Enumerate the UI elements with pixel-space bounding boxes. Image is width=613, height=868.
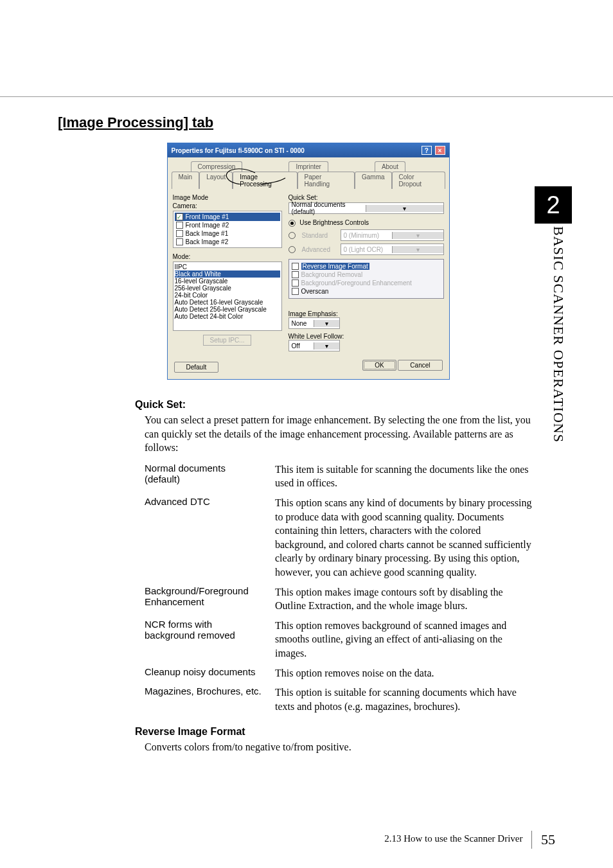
page-number: 55: [541, 831, 555, 847]
definitions-table: Normal documents (default) This item is …: [145, 463, 533, 714]
tab-compression[interactable]: Compression: [191, 161, 243, 172]
image-mode-label: Image Mode: [173, 194, 282, 201]
checkbox-icon: [292, 271, 299, 278]
mode-item[interactable]: Black and White: [175, 270, 280, 278]
ok-button[interactable]: OK: [362, 360, 396, 371]
radio-use-brightness[interactable]: [289, 220, 296, 227]
enh-item-reverse[interactable]: Reverse Image Format: [292, 262, 441, 270]
tab-layout[interactable]: Layout: [199, 172, 233, 189]
close-icon[interactable]: ×: [435, 146, 445, 155]
mode-item[interactable]: 24-bit Color: [175, 292, 280, 299]
chapter-title-vertical: BASIC SCANNER OPERATIONS: [550, 226, 567, 443]
quickset-combo[interactable]: Normal documents (default) ▾: [289, 202, 444, 214]
advanced-label: Advanced: [302, 246, 337, 253]
tab-main[interactable]: Main: [172, 172, 200, 189]
enhancements-listbox[interactable]: Reverse Image Format Background Removal …: [289, 259, 444, 299]
help-icon[interactable]: ?: [422, 146, 432, 155]
mode-item[interactable]: 256-level Grayscale: [175, 285, 280, 292]
checkbox-icon[interactable]: [176, 238, 183, 245]
window-controls: ? ×: [420, 146, 445, 155]
dialog-title: Properties for Fujitsu fi-5900C on STI -…: [172, 147, 305, 154]
checkbox-icon[interactable]: [292, 288, 299, 295]
mode-item[interactable]: IIPC: [175, 263, 280, 270]
camera-item-back1[interactable]: Back Image #1: [175, 229, 280, 238]
mode-listbox[interactable]: IIPC Black and White 16-level Grayscale …: [173, 261, 282, 331]
def-desc: This option scans any kind of documents …: [275, 496, 533, 580]
quickset-label: Quick Set:: [289, 194, 444, 201]
dialog-titlebar: Properties for Fujitsu fi-5900C on STI -…: [168, 143, 449, 157]
radio-advanced[interactable]: [289, 246, 296, 253]
tab-about[interactable]: About: [375, 161, 405, 172]
enh-item-overscan[interactable]: Overscan: [292, 287, 441, 296]
chevron-down-icon[interactable]: ▾: [314, 342, 339, 350]
properties-dialog: Properties for Fujitsu fi-5900C on STI -…: [167, 143, 450, 380]
camera-item-front2[interactable]: Front Image #2: [175, 221, 280, 229]
page-footer: 2.13 How to use the Scanner Driver 55: [0, 831, 613, 849]
def-term: Cleanup noisy documents: [145, 666, 263, 680]
mode-item[interactable]: 16-level Grayscale: [175, 278, 280, 285]
chapter-number: 2: [546, 191, 560, 219]
radio-standard[interactable]: [289, 232, 296, 239]
quick-set-para: You can select a preset pattern for imag…: [145, 413, 533, 455]
enh-item-bgremoval: Background Removal: [292, 270, 441, 279]
tab-gamma[interactable]: Gamma: [355, 172, 392, 189]
reverse-image-heading: Reverse Image Format: [135, 726, 558, 738]
image-emphasis-combo[interactable]: None ▾: [289, 317, 340, 329]
mode-label: Mode:: [173, 253, 282, 260]
tab-color-dropout[interactable]: Color Dropout: [392, 172, 445, 189]
white-level-combo[interactable]: Off ▾: [289, 340, 340, 351]
camera-listbox[interactable]: ✓ Front Image #1 Front Image #2 Back Ima…: [173, 211, 282, 248]
def-term: NCR forms with background removed: [145, 619, 263, 660]
def-desc: This option makes image contours soft by…: [275, 585, 533, 613]
tab-paper-handling[interactable]: Paper Handling: [298, 172, 355, 189]
chevron-down-icon: ▾: [392, 232, 443, 239]
def-term: Magazines, Brochures, etc.: [145, 686, 263, 713]
reverse-image-para: Converts colors from/to negative to/from…: [145, 740, 533, 754]
def-term: Background/Foreground Enhancement: [145, 585, 263, 613]
def-term: Advanced DTC: [145, 496, 263, 580]
camera-label: Camera:: [173, 202, 282, 209]
default-button[interactable]: Default: [174, 362, 219, 373]
camera-item-back2[interactable]: Back Image #2: [175, 238, 280, 246]
footer-text: 2.13 How to use the Scanner Driver: [384, 833, 522, 844]
quick-set-heading: Quick Set:: [135, 399, 558, 411]
tab-imprinter[interactable]: Imprinter: [289, 161, 328, 172]
def-desc: This item is suitable for scanning the d…: [275, 463, 533, 490]
def-term: Normal documents (default): [145, 463, 263, 490]
cancel-button[interactable]: Cancel: [398, 360, 442, 371]
chevron-down-icon[interactable]: ▾: [314, 320, 339, 327]
standard-label: Standard: [302, 232, 337, 239]
checkbox-icon[interactable]: ✓: [176, 213, 183, 220]
white-level-label: White Level Follow:: [289, 333, 444, 340]
enh-item-bgfg: Background/Foreground Enhancement: [292, 279, 441, 287]
def-desc: This option is suitable for scanning doc…: [275, 686, 533, 713]
mode-item[interactable]: Auto Detect 16-level Grayscale: [175, 299, 280, 306]
image-emphasis-label: Image Emphasis:: [289, 310, 444, 317]
chapter-number-box: 2: [535, 186, 572, 224]
def-desc: This option removes noise on the data.: [275, 666, 533, 680]
checkbox-icon[interactable]: [176, 222, 183, 229]
mode-item[interactable]: Auto Detect 256-level Grayscale: [175, 306, 280, 313]
use-brightness-label: Use Brightness Controls: [299, 219, 369, 226]
checkbox-icon[interactable]: [176, 230, 183, 237]
def-desc: This option removes background of scanne…: [275, 619, 533, 660]
chevron-down-icon[interactable]: ▾: [366, 205, 443, 212]
footer-divider: [531, 831, 532, 849]
camera-item-front1[interactable]: ✓ Front Image #1: [175, 213, 280, 221]
checkbox-icon[interactable]: [292, 263, 299, 270]
mode-item[interactable]: Auto Detect 24-bit Color: [175, 313, 280, 320]
section-heading: [Image Processing] tab: [58, 114, 558, 131]
setup-ipc-button: Setup IPC...: [203, 335, 252, 346]
tab-image-processing[interactable]: Image Processing: [233, 172, 297, 189]
tab-strip: Compression Imprinter About Main Layout …: [168, 157, 449, 189]
checkbox-icon: [292, 279, 299, 287]
chevron-down-icon: ▾: [392, 246, 443, 253]
